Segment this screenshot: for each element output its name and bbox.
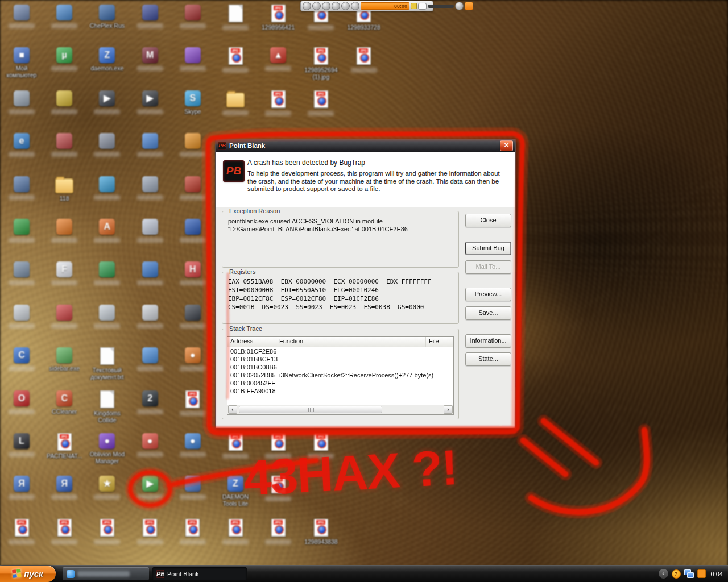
desktop-icon[interactable]: e [1, 133, 42, 157]
desktop-icon[interactable] [215, 5, 256, 30]
desktop-icon[interactable] [130, 5, 171, 28]
player-pause-button[interactable] [322, 2, 330, 10]
desktop-icon[interactable]: JPG [258, 519, 299, 544]
taskbar-item-blurred[interactable] [63, 567, 149, 580]
tray-seven-ball-icon[interactable]: 7 [672, 569, 681, 579]
tray-orange-square-icon[interactable] [697, 569, 706, 578]
dialog-button-state[interactable]: State... [465, 352, 511, 366]
desktop-icon[interactable] [1, 261, 42, 285]
desktop-icon[interactable]: JPG [1, 519, 42, 544]
desktop-icon[interactable]: µ [44, 47, 85, 71]
desktop-icon[interactable] [44, 305, 85, 329]
player-stop-button[interactable] [332, 2, 340, 10]
stack-trace-row[interactable]: 001B:000452FF [228, 379, 453, 387]
desktop-icon[interactable]: Текстовый документ.txt [86, 347, 127, 380]
desktop-icon[interactable]: 118 [44, 176, 85, 202]
player-prev-button[interactable] [303, 2, 311, 10]
player-next-button[interactable] [341, 2, 350, 10]
player-seek-slider[interactable] [428, 5, 454, 8]
scroll-left-icon[interactable]: ‹ [228, 405, 237, 414]
stack-trace-row[interactable]: 001B:02052D85i3NetworkClientSocket2::Rec… [228, 371, 453, 379]
desktop-icon[interactable] [1, 305, 42, 329]
desktop-icon[interactable]: JPG1298943838 [300, 519, 341, 545]
desktop-icon[interactable] [172, 476, 213, 500]
desktop-icon[interactable] [1, 176, 42, 200]
desktop-icon[interactable]: ●Oblivion Mod Manager [86, 433, 127, 464]
desktop-icon[interactable]: ■Мой компьютер [1, 47, 42, 78]
desktop-icon[interactable] [86, 305, 127, 329]
player-app-button[interactable] [465, 2, 473, 10]
desktop-icon[interactable] [172, 305, 213, 329]
desktop-icon[interactable] [215, 90, 256, 115]
desktop-icon[interactable] [130, 305, 171, 329]
desktop-icon[interactable] [172, 47, 213, 71]
dialog-button-preview[interactable]: Preview... [465, 288, 511, 301]
desktop-icon[interactable] [44, 5, 85, 28]
dialog-button-information[interactable]: Information... [465, 334, 511, 348]
stack-trace-row[interactable]: 001B:01BC08B6 [228, 363, 453, 371]
desktop-icon[interactable]: SSkype [172, 90, 213, 115]
close-icon[interactable]: ✕ [500, 140, 513, 151]
desktop-icon[interactable] [1, 5, 42, 28]
player-play-button[interactable] [312, 2, 321, 10]
scrollbar-thumb[interactable] [239, 406, 382, 413]
desktop-icon[interactable]: ▲ [258, 47, 299, 71]
desktop-icon[interactable] [130, 347, 171, 371]
desktop-icon[interactable]: ZDAEMON Tools Lite [215, 476, 256, 507]
desktop-icon[interactable] [130, 133, 171, 157]
player-eject-button[interactable] [351, 2, 359, 10]
desktop-icon[interactable]: JPG [172, 519, 213, 544]
desktop-icon[interactable]: JPG [300, 90, 341, 116]
desktop-icon[interactable]: O [1, 390, 42, 414]
desktop-icon[interactable] [172, 176, 213, 200]
desktop-icon[interactable]: Я [1, 476, 42, 500]
stack-trace-list[interactable]: Address Function File 001B:01CF2E86001B:… [227, 336, 454, 415]
desktop-icon[interactable] [86, 261, 127, 285]
desktop-icon[interactable] [1, 90, 42, 114]
desktop-icon[interactable] [172, 133, 213, 157]
desktop-icon[interactable]: ● [172, 433, 213, 457]
desktop-icon[interactable] [44, 219, 85, 243]
desktop-icon[interactable]: C [1, 347, 42, 371]
desktop-icon[interactable]: JPG [258, 90, 299, 116]
scroll-right-icon[interactable]: › [444, 405, 453, 414]
start-button[interactable]: пуск [0, 566, 56, 582]
dialog-button-submit-bug[interactable]: Submit Bug [465, 242, 511, 255]
desktop-icon[interactable]: JPG [215, 433, 256, 459]
desktop-icon[interactable]: sidebar.exe [44, 347, 85, 372]
player-options-button[interactable] [455, 2, 464, 10]
player-progress-bar[interactable]: 00:00 [361, 2, 410, 10]
desktop-icon[interactable]: ChePlex Rus [86, 5, 127, 29]
desktop-icon[interactable]: H [172, 261, 213, 285]
desktop-icon[interactable]: JPG [86, 519, 127, 544]
desktop-icon[interactable]: Kingdoms Collide [86, 390, 127, 423]
desktop-icon[interactable]: JPG [215, 519, 256, 544]
desktop-icon[interactable]: JPG [44, 519, 85, 544]
desktop-icon[interactable]: ● [130, 433, 171, 457]
desktop-icon[interactable]: ★ [86, 476, 127, 500]
desktop-icon[interactable]: CCCleaner [44, 390, 85, 415]
desktop-icon[interactable]: M [130, 47, 171, 71]
player-volume-knob[interactable] [418, 3, 427, 10]
stack-trace-row[interactable]: 001B:01BBCE13 [228, 355, 453, 363]
column-address[interactable]: Address [228, 337, 276, 347]
stack-trace-row[interactable]: 001B:FFA90018 [228, 387, 453, 395]
desktop-icon[interactable]: JPG1298952694 (1).jpg [300, 47, 341, 80]
desktop-icon[interactable]: JPG [258, 433, 299, 459]
desktop-icon[interactable]: A [86, 219, 127, 243]
desktop-icon[interactable] [86, 176, 127, 200]
desktop-icon[interactable]: ● [172, 347, 213, 371]
desktop-icon[interactable]: ▶ [130, 90, 171, 114]
desktop-icon[interactable]: 2 [130, 390, 171, 414]
dialog-button-close[interactable]: Close [465, 214, 511, 227]
desktop-icon[interactable] [130, 219, 171, 243]
desktop-icon[interactable]: JPG1298956421 [258, 5, 299, 31]
desktop-icon[interactable]: JPGРАСПЕЧАТ... [44, 433, 85, 459]
desktop-icon[interactable] [130, 261, 171, 285]
desktop-icon[interactable] [130, 176, 171, 200]
desktop-icon[interactable]: ▶ [86, 90, 127, 114]
desktop-icon[interactable] [44, 90, 85, 114]
taskbar-item-point-blank[interactable]: PB Point Blank [152, 567, 247, 580]
desktop-icon[interactable]: F [44, 261, 85, 285]
dialog-titlebar[interactable]: PB Point Blank ✕ [216, 139, 515, 152]
